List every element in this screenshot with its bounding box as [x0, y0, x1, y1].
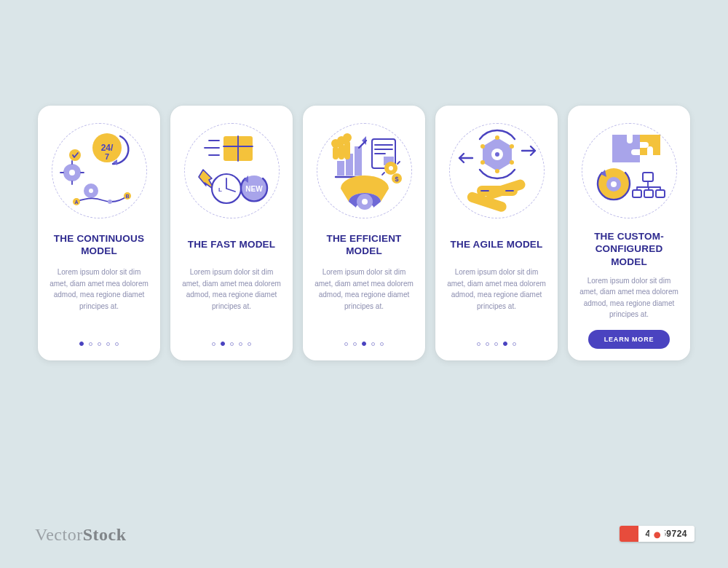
svg-rect-28	[333, 146, 339, 159]
svg-text:B: B	[125, 194, 129, 199]
svg-point-8	[69, 149, 81, 161]
continuous-icon: 24/ 7 A B	[50, 122, 149, 220]
pager-dot[interactable]	[494, 342, 498, 346]
svg-point-5	[69, 170, 75, 175]
illustration-continuous: 24/ 7 A B	[50, 122, 149, 220]
card-desc: Lorem ipsum dolor sit dim amet, diam ame…	[446, 267, 547, 312]
svg-rect-55	[643, 173, 653, 181]
svg-text:$: $	[395, 175, 398, 183]
svg-point-53	[611, 181, 617, 187]
learn-more-button[interactable]: LEARN MORE	[588, 330, 670, 349]
svg-point-7	[89, 189, 93, 193]
pager-dot[interactable]	[371, 342, 375, 346]
onboarding-card-continuous: 24/ 7 A B	[38, 106, 160, 360]
card-title: THE CONTINUOUS MODEL	[48, 230, 150, 259]
pager-dot[interactable]	[477, 342, 480, 346]
pager-dot[interactable]	[212, 342, 215, 346]
watermark-right: Stock	[83, 525, 127, 544]
svg-text:7: 7	[104, 152, 108, 161]
onboarding-card-custom: THE CUSTOM-CONFIGURED MODEL Lorem ipsum …	[568, 106, 690, 360]
pager-dots	[477, 339, 516, 349]
svg-rect-21	[337, 161, 344, 175]
svg-rect-60	[653, 527, 661, 532]
camera-icon	[620, 526, 638, 542]
svg-rect-29	[339, 143, 344, 159]
card-title: THE CUSTOM-CONFIGURED MODEL	[578, 230, 680, 268]
card-desc: Lorem ipsum dolor sit dim amet, diam ame…	[578, 275, 680, 320]
illustration-custom	[580, 122, 678, 220]
pager-dot[interactable]	[79, 342, 84, 346]
svg-point-45	[495, 169, 499, 173]
svg-point-34	[389, 166, 393, 170]
pager-dot[interactable]	[380, 342, 384, 346]
illustration-fast: L NEW	[183, 122, 281, 220]
pager-dot[interactable]	[98, 342, 101, 346]
watermark-text: VectorStock	[35, 525, 126, 545]
svg-point-13	[108, 200, 112, 204]
svg-point-43	[510, 144, 514, 149]
card-title: The Agile Model	[449, 230, 545, 259]
onboarding-card-fast: L NEW The Fast Model Lorem ipsum dolor s…	[170, 106, 293, 360]
custom-icon	[580, 122, 678, 220]
pager-dot[interactable]	[89, 342, 92, 346]
card-desc: Lorem ipsum dolor sit dim amet, diam ame…	[48, 267, 150, 312]
svg-text:A: A	[74, 200, 78, 205]
pager-dots	[212, 339, 251, 349]
illustration-agile	[448, 122, 546, 220]
image-id-badge: 43459724	[620, 526, 695, 542]
pager-dot[interactable]	[353, 342, 357, 346]
pager-dot[interactable]	[344, 342, 348, 346]
svg-point-46	[480, 160, 485, 165]
svg-point-47	[480, 144, 485, 149]
svg-text:24/: 24/	[100, 143, 113, 153]
efficient-icon: $	[315, 122, 414, 220]
pager-dot[interactable]	[248, 342, 251, 346]
svg-rect-57	[644, 190, 653, 197]
card-desc: Lorem ipsum dolor sit dim amet, diam ame…	[181, 267, 282, 312]
pager-dot[interactable]	[106, 342, 110, 346]
onboarding-card-efficient: $ The Efficient Model Lorem ipsum dolor …	[303, 106, 425, 360]
pager-dots	[79, 339, 119, 349]
pager-dot[interactable]	[503, 342, 507, 346]
card-title: The Fast Model	[186, 230, 277, 259]
fast-icon: L NEW	[183, 122, 281, 220]
watermark-left: Vector	[35, 525, 83, 544]
svg-rect-30	[344, 141, 350, 159]
card-title: The Efficient Model	[313, 230, 415, 259]
svg-rect-58	[656, 190, 665, 197]
onboarding-card-agile: The Agile Model Lorem ipsum dolor sit di…	[435, 106, 558, 360]
illustration-efficient: $	[315, 122, 414, 220]
svg-point-44	[510, 160, 514, 165]
pager-dot[interactable]	[513, 342, 516, 346]
pager-dots	[344, 339, 384, 349]
pager-dot[interactable]	[239, 342, 242, 346]
svg-point-38	[362, 199, 368, 205]
svg-text:L: L	[218, 186, 222, 193]
pager-dot[interactable]	[486, 342, 489, 346]
pager-dot[interactable]	[362, 342, 366, 346]
svg-text:NEW: NEW	[245, 185, 263, 193]
card-desc: Lorem ipsum dolor sit dim amet, diam ame…	[313, 267, 415, 312]
svg-point-42	[495, 135, 499, 140]
pager-dot[interactable]	[230, 342, 234, 346]
cards-row: 24/ 7 A B	[36, 106, 692, 360]
svg-rect-50	[484, 178, 526, 201]
svg-point-61	[654, 532, 660, 538]
pager-dot[interactable]	[115, 342, 119, 346]
svg-rect-23	[355, 146, 362, 175]
svg-point-41	[495, 152, 499, 157]
svg-rect-56	[633, 190, 641, 197]
agile-icon	[448, 122, 546, 220]
pager-dot[interactable]	[221, 342, 225, 346]
